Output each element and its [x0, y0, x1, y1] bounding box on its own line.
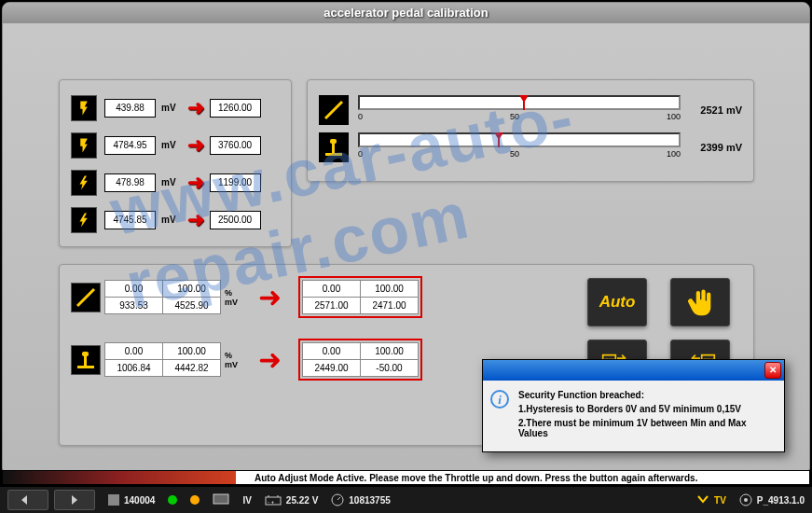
- diagonal-icon: [319, 95, 349, 125]
- arrow-icon: ➜: [258, 343, 282, 376]
- svg-rect-22: [108, 494, 119, 506]
- dialog-line: 2.There must be minimum 1V between Min a…: [518, 418, 777, 438]
- info-icon: i: [490, 390, 509, 409]
- status-led-green: [168, 495, 177, 505]
- back-button[interactable]: [7, 490, 48, 510]
- voltage-value-input[interactable]: [104, 173, 156, 192]
- manual-button[interactable]: [670, 278, 730, 326]
- highlight-box: 0.00100.00 2571.002471.00: [298, 276, 422, 318]
- slider-value: 2399 mV: [690, 142, 742, 153]
- diagonal-icon: [71, 283, 101, 312]
- data-table-right: 0.00100.00 2571.002471.00: [302, 280, 419, 314]
- unit-label: mV: [161, 140, 176, 150]
- status-counter: 140004: [108, 494, 155, 506]
- svg-text:-  +: - +: [268, 499, 275, 505]
- arrow-icon: ➜: [187, 96, 204, 120]
- bolt-icon: [71, 207, 97, 233]
- status-bar: 140004 IV - +25.22 V 10813755 TV P_4913.…: [0, 487, 812, 513]
- pedal-icon: [319, 132, 349, 162]
- security-dialog: ✕ i Security Function breached: 1.Hyster…: [482, 359, 785, 452]
- voltage-value-input[interactable]: [104, 99, 156, 118]
- auto-button[interactable]: Auto: [587, 278, 647, 326]
- slider-track[interactable]: 050100: [358, 132, 681, 162]
- voltage-target-input[interactable]: [210, 211, 261, 229]
- svg-line-4: [77, 289, 94, 306]
- data-table-right: 0.00100.00 2449.00-50.00: [302, 342, 419, 377]
- bolt-icon: [71, 170, 97, 196]
- arrow-icon: ➜: [187, 133, 204, 158]
- arrow-icon: ➜: [187, 171, 204, 195]
- highlight-box: 0.00100.00 2449.00-50.00: [298, 339, 422, 381]
- data-table-left: 0.00100.00 1006.844442.82: [104, 342, 221, 377]
- voltage-row-4: mV ➜: [71, 203, 280, 236]
- gauge-icon: 10813755: [331, 493, 391, 506]
- unit-label: mV: [161, 177, 176, 187]
- instruction-text: Auto Adjust Mode Active. Please move the…: [236, 473, 697, 483]
- voltage-value-input[interactable]: [104, 211, 156, 229]
- voltage-row-2: mV ➜: [71, 129, 280, 161]
- dialog-titlebar[interactable]: ✕: [483, 360, 784, 381]
- technician-image: [3, 471, 236, 484]
- svg-rect-6: [84, 354, 87, 367]
- status-pid: P_4913.1.0: [739, 493, 805, 506]
- voltage-row-3: mV ➜: [71, 166, 280, 199]
- svg-rect-3: [330, 139, 337, 144]
- voltage-target-input[interactable]: [210, 136, 261, 155]
- voltage-value-input[interactable]: [104, 136, 156, 155]
- svg-rect-7: [82, 352, 89, 356]
- arrow-icon: ➜: [258, 281, 282, 313]
- slider-row-1: 050100 2521 mV: [319, 91, 742, 129]
- svg-line-29: [337, 497, 340, 500]
- status-iv: IV: [242, 495, 251, 506]
- voltage-panel: mV ➜ mV ➜ mV ➜ mV ➜: [59, 79, 292, 247]
- dialog-line: 1.Hysteresis to Borders 0V and 5V minimu…: [518, 404, 777, 414]
- status-tv: TV: [696, 494, 726, 506]
- voltage-target-input[interactable]: [210, 99, 261, 118]
- unit-label: mV: [161, 215, 176, 225]
- voltage-target-input[interactable]: [210, 173, 261, 192]
- forward-button[interactable]: [54, 490, 95, 510]
- data-table-left: 0.00100.00 933.534525.90: [104, 280, 221, 314]
- slider-value: 2521 mV: [690, 104, 742, 116]
- voltage-row-1: mV ➜: [71, 91, 280, 124]
- slider-panel: 050100 2521 mV 050100 2399 mV: [307, 79, 754, 182]
- svg-rect-2: [332, 142, 335, 155]
- close-icon[interactable]: ✕: [764, 362, 781, 379]
- arrow-icon: ➜: [187, 208, 204, 232]
- instruction-bar: Auto Adjust Mode Active. Please move the…: [2, 470, 810, 485]
- svg-line-0: [325, 102, 342, 118]
- slider-track[interactable]: 050100: [358, 95, 681, 125]
- bolt-icon: [71, 132, 97, 159]
- slider-row-2: 050100 2399 mV: [319, 129, 742, 166]
- bolt-icon: [71, 95, 97, 121]
- unit-label: mV: [161, 103, 176, 113]
- title-bar: accelerator pedal calibration: [3, 3, 809, 23]
- battery-icon: - +25.22 V: [265, 494, 318, 506]
- pedal-icon: [71, 345, 101, 375]
- svg-rect-23: [213, 494, 228, 504]
- svg-point-31: [744, 498, 748, 502]
- dialog-heading: Security Function breached:: [518, 390, 777, 400]
- status-led-amber: [190, 495, 200, 505]
- ecu-icon: [213, 493, 229, 506]
